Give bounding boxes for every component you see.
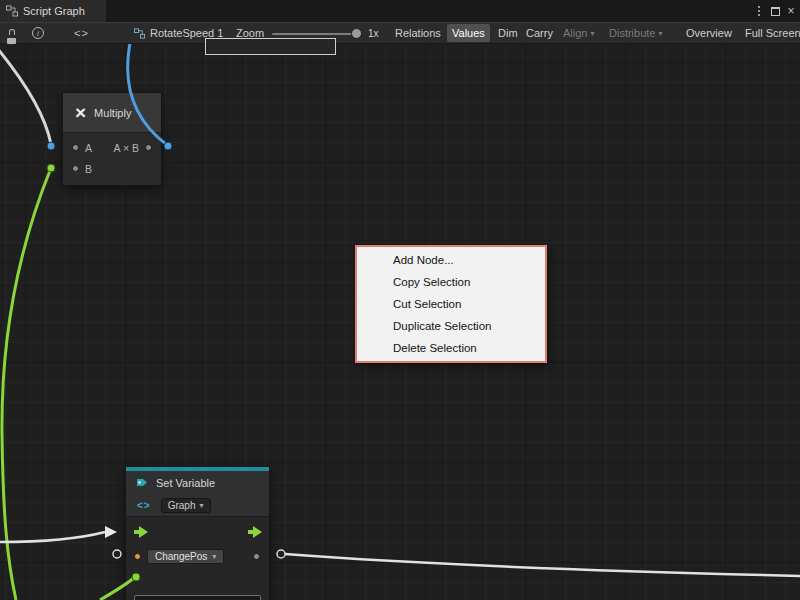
port-variable-name[interactable]: [134, 553, 141, 560]
maximize-button[interactable]: [767, 0, 783, 22]
node-title: Set Variable: [156, 477, 215, 489]
info-button[interactable]: i: [32, 23, 44, 43]
graph-icon: [6, 5, 18, 17]
code-icon: <>: [74, 27, 89, 39]
wire-out-right: [285, 554, 800, 576]
port-input-b[interactable]: [72, 165, 79, 172]
node-set-variable-body: ChangePos ▾: [126, 517, 269, 600]
port-label-a: A: [85, 142, 92, 154]
endpoint-blue-out[interactable]: [164, 142, 172, 150]
toolbar: i <> RotateSpeed 1 Zoom 1x Relations Val…: [0, 22, 800, 44]
flow-port-row: [126, 521, 269, 545]
endpoint-green-b[interactable]: [47, 164, 55, 172]
chevron-down-icon: ▾: [658, 29, 662, 38]
titlebar: Script Graph ×: [0, 0, 800, 22]
tab-script-graph[interactable]: Script Graph: [0, 0, 106, 22]
variable-icon: [136, 477, 149, 490]
flow-arrow-incoming-icon: [105, 526, 117, 538]
node-set-variable-header[interactable]: Set Variable: [126, 471, 269, 495]
node-set-variable[interactable]: Set Variable <> Graph ▾ ChangePos ▾: [125, 466, 270, 600]
graph-canvas[interactable]: × Multiply A A × B B: [0, 44, 800, 600]
script-graph-window: Script Graph × i <>: [0, 0, 800, 600]
info-icon: i: [32, 27, 44, 39]
edit-code-button[interactable]: <>: [74, 23, 89, 43]
node-title: Multiply: [94, 107, 131, 119]
node-set-variable-subheader: <> Graph ▾: [126, 495, 269, 517]
toolbar-button-values[interactable]: Values: [447, 24, 490, 42]
chevron-down-icon: ▾: [590, 29, 594, 38]
zoom-slider-knob[interactable]: [351, 28, 362, 39]
wire-white-to-multiply-a: [0, 48, 51, 144]
toolbar-button-align[interactable]: Align ▾: [558, 24, 599, 42]
wire-flow-in: [0, 532, 105, 542]
window-title: Script Graph: [23, 5, 85, 17]
node-multiply[interactable]: × Multiply A A × B B: [62, 92, 162, 186]
floating-panel: [205, 38, 336, 55]
value-input-field[interactable]: [134, 595, 261, 600]
toolbar-button-relations[interactable]: Relations: [390, 24, 446, 42]
variable-scope-dropdown[interactable]: Graph ▾: [161, 498, 211, 513]
port-output-result[interactable]: [145, 144, 152, 151]
port-label-result: A × B: [114, 142, 139, 154]
endpoint-blue-a[interactable]: [47, 142, 55, 150]
close-icon: ×: [787, 4, 794, 18]
toolbar-button-carry[interactable]: Carry: [521, 24, 558, 42]
lock-button[interactable]: [7, 23, 17, 43]
chevron-down-icon: ▾: [199, 501, 203, 510]
zoom-slider-track[interactable]: [272, 33, 356, 35]
toolbar-button-overview[interactable]: Overview: [681, 24, 737, 42]
script-graph-icon: [134, 28, 145, 39]
kebab-menu-icon: [758, 6, 760, 16]
code-icon: <>: [137, 500, 151, 511]
close-button[interactable]: ×: [783, 0, 799, 22]
menu-item-delete-selection[interactable]: Delete Selection: [357, 337, 545, 359]
menu-item-duplicate-selection[interactable]: Duplicate Selection: [357, 315, 545, 337]
menu-item-copy-selection[interactable]: Copy Selection: [357, 271, 545, 293]
port-label-b: B: [85, 163, 92, 175]
port-output-value[interactable]: [253, 553, 260, 560]
lock-icon: [7, 26, 17, 40]
multiply-icon: ×: [75, 103, 86, 122]
menu-item-add-node[interactable]: Add Node...: [357, 249, 545, 271]
maximize-icon: [771, 7, 780, 16]
proxy-circle-left[interactable]: [113, 550, 121, 558]
proxy-circle-right[interactable]: [277, 550, 285, 558]
chevron-down-icon: ▾: [212, 552, 216, 561]
wire-green-left: [2, 168, 51, 600]
menu-item-cut-selection[interactable]: Cut Selection: [357, 293, 545, 315]
node-multiply-body: A A × B B: [63, 133, 161, 185]
port-input-a[interactable]: [72, 144, 79, 151]
toolbar-button-fullscreen[interactable]: Full Screen: [740, 24, 800, 42]
port-input-value[interactable]: [134, 575, 141, 582]
node-multiply-header[interactable]: × Multiply: [63, 93, 161, 133]
toolbar-button-distribute[interactable]: Distribute ▾: [604, 24, 667, 42]
variable-name-dropdown[interactable]: ChangePos ▾: [147, 549, 224, 564]
toolbar-button-dim[interactable]: Dim: [493, 24, 523, 42]
zoom-value: 1x: [368, 23, 379, 43]
context-menu: Add Node... Copy Selection Cut Selection…: [355, 245, 547, 363]
window-menu-button[interactable]: [751, 0, 767, 22]
